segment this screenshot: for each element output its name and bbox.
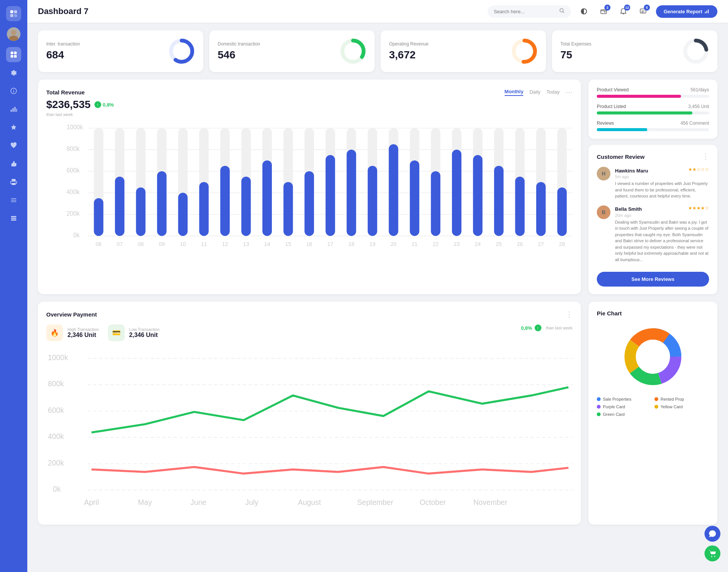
svg-text:15: 15 — [285, 241, 291, 247]
wallet-btn[interactable]: 2 — [597, 5, 610, 18]
svg-text:10: 10 — [180, 241, 186, 247]
stat-card-0: Inter. transaction 684 — [38, 30, 203, 72]
svg-rect-114 — [515, 177, 525, 236]
payment-more-btn[interactable]: ⋮ — [566, 310, 573, 318]
svg-point-149 — [714, 556, 715, 557]
review-time-0: 5m ago — [615, 174, 709, 179]
pie-dot-3 — [654, 405, 658, 409]
reviewer-avatar-0: H — [597, 167, 610, 180]
sidebar-item-list[interactable] — [6, 211, 21, 226]
payment-chart-svg: 1000k 800k 600k 400k 200k 0k — [46, 350, 573, 515]
svg-rect-25 — [11, 218, 16, 219]
svg-text:400k: 400k — [48, 432, 64, 440]
svg-rect-19 — [12, 183, 16, 185]
review-more-btn[interactable]: ⋮ — [702, 152, 709, 161]
pie-legend: Sale Properties Rented Prop Purple Card … — [597, 397, 709, 417]
sidebar-item-like[interactable] — [6, 156, 21, 171]
metric-bar-2 — [597, 128, 647, 131]
stat-cards-row: Inter. transaction 684 Domestic transact… — [38, 30, 717, 72]
svg-text:June: June — [190, 498, 206, 506]
payment-stat-low: 💳 Low Transaction 2,346 Unit — [108, 324, 160, 341]
svg-text:22: 22 — [433, 241, 439, 247]
svg-rect-32 — [708, 9, 709, 13]
sidebar-item-menu[interactable] — [6, 193, 21, 208]
revenue-more-btn[interactable]: ⋯ — [566, 88, 573, 96]
sidebar-item-dashboard[interactable] — [6, 47, 21, 62]
svg-rect-21 — [11, 198, 16, 199]
svg-rect-22 — [11, 200, 16, 201]
float-cart-btn[interactable] — [704, 545, 720, 561]
svg-text:400k: 400k — [66, 189, 80, 195]
reviewer-name-1: Bella Smith — [615, 206, 642, 212]
tab-monthly[interactable]: Monthly — [505, 89, 524, 96]
see-more-reviews-btn[interactable]: See More Reviews — [597, 272, 709, 287]
tab-today[interactable]: Today — [546, 89, 560, 96]
sidebar-item-settings[interactable] — [6, 65, 21, 80]
svg-text:19: 19 — [369, 241, 375, 247]
svg-text:09: 09 — [159, 241, 165, 247]
svg-text:October: October — [420, 498, 446, 506]
svg-rect-1 — [14, 10, 17, 13]
svg-text:May: May — [138, 498, 152, 506]
svg-text:17: 17 — [327, 241, 333, 247]
search-input[interactable] — [494, 9, 556, 14]
metric-name-2: Reviews — [597, 121, 614, 126]
review-text-0: I viewed a number of properties with Jus… — [615, 180, 709, 199]
search-box[interactable] — [488, 5, 571, 18]
header: Dashboard 7 2 12 5 — [27, 0, 728, 23]
pie-legend-item-1: Rented Prop — [654, 397, 709, 401]
high-transaction-icon: 🔥 — [46, 324, 63, 341]
revenue-value: $236,535 — [46, 99, 91, 111]
sidebar-item-star[interactable] — [6, 120, 21, 135]
sidebar-item-print[interactable] — [6, 174, 21, 190]
review-text-1: Dealing with Syamsudin and Bakri was a j… — [615, 219, 709, 263]
metric-value-2: 456 Comment — [681, 121, 709, 126]
message-btn[interactable]: 5 — [636, 5, 650, 18]
review-card-title: Customer Review — [597, 154, 645, 160]
svg-rect-78 — [262, 160, 272, 236]
pie-legend-item-2: Purple Card — [597, 404, 651, 409]
svg-text:18: 18 — [348, 241, 355, 247]
svg-text:April: April — [84, 498, 99, 506]
review-item-0: H Hawkins Maru ★★☆☆☆ 5m ago I viewed a n… — [597, 167, 709, 199]
tab-daily[interactable]: Daily — [529, 89, 540, 96]
svg-text:July: July — [245, 498, 259, 506]
svg-text:27: 27 — [538, 241, 544, 247]
pie-chart-area — [597, 323, 709, 391]
review-card-header: Customer Review ⋮ — [597, 152, 709, 161]
pie-label-0: Sale Properties — [603, 397, 631, 401]
metric-name-0: Product Viewed — [597, 87, 629, 92]
svg-text:200k: 200k — [48, 459, 64, 467]
svg-rect-69 — [199, 182, 209, 236]
stat-card-label-3: Total Expenses — [560, 41, 591, 47]
generate-report-button[interactable]: Generate Report — [656, 5, 717, 18]
svg-point-20 — [15, 182, 16, 183]
pie-label-3: Yellow Card — [661, 404, 682, 409]
svg-text:600k: 600k — [48, 406, 64, 414]
revenue-chart-svg: 1000k 800k 600k 400k 200k 0k — [46, 121, 573, 256]
search-icon — [559, 8, 565, 15]
float-chat-btn[interactable] — [704, 526, 720, 542]
sidebar-item-analytics[interactable] — [6, 102, 21, 117]
sidebar-item-heart[interactable] — [6, 138, 21, 153]
svg-point-12 — [13, 89, 14, 90]
theme-toggle-btn[interactable] — [577, 5, 591, 18]
svg-rect-2 — [10, 14, 13, 17]
svg-text:200k: 200k — [66, 210, 80, 217]
pie-dot-2 — [597, 405, 601, 409]
mid-row: Total Revenue Monthly Daily Today ⋯ $236… — [38, 80, 717, 294]
notification-btn[interactable]: 12 — [617, 5, 630, 18]
payment-title: Overview Payment — [46, 311, 97, 318]
bottom-row: Overview Payment ⋮ 🔥 High Transaction 2,… — [38, 302, 717, 525]
user-avatar[interactable] — [7, 27, 20, 41]
svg-rect-120 — [557, 187, 567, 236]
svg-rect-15 — [14, 107, 16, 112]
svg-text:November: November — [473, 498, 507, 506]
sidebar-item-info[interactable] — [6, 83, 21, 99]
review-stars-1: ★★★★☆ — [688, 205, 709, 211]
logo — [6, 6, 21, 21]
stat-card-donut-2 — [511, 38, 538, 64]
svg-rect-93 — [368, 166, 377, 236]
stat-card-donut-1 — [340, 38, 366, 64]
svg-rect-11 — [13, 91, 14, 92]
